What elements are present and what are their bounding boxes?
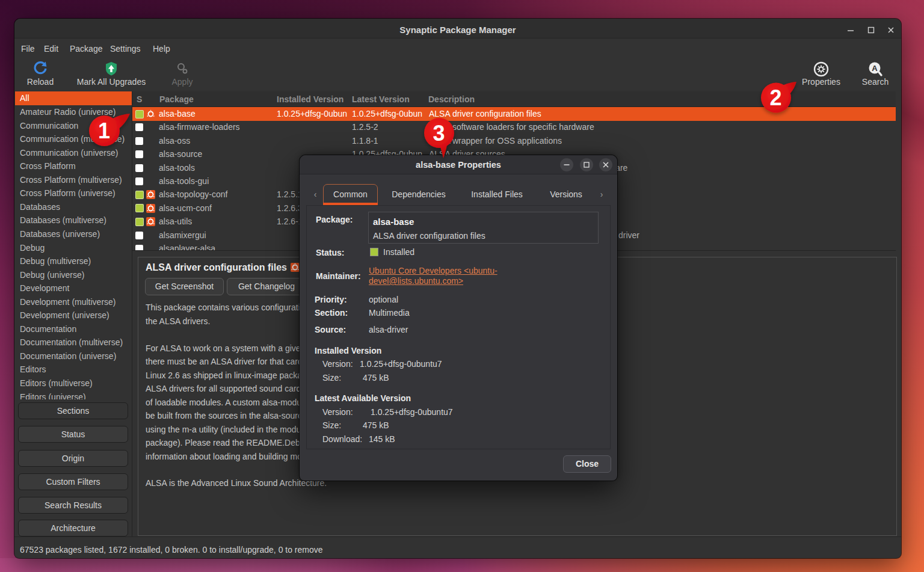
svg-text:1: 1 bbox=[98, 118, 110, 143]
svg-text:A: A bbox=[872, 64, 878, 73]
svg-text:2: 2 bbox=[769, 85, 781, 110]
svg-text:3: 3 bbox=[433, 121, 445, 146]
